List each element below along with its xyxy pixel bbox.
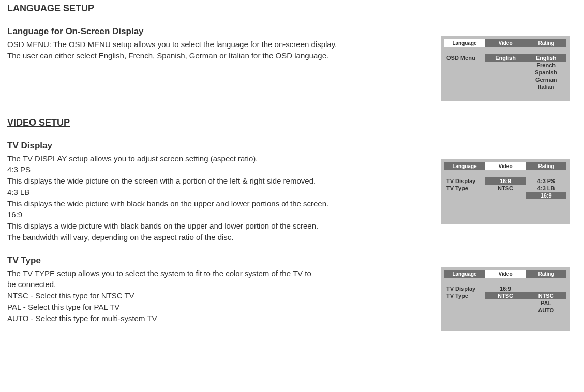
tv-display-l1: The TV DISPLAY setup allows you to adjus… bbox=[7, 153, 441, 164]
osd-option[interactable]: English bbox=[526, 54, 566, 62]
osd-option[interactable]: German bbox=[526, 76, 566, 83]
panel1-value[interactable]: English bbox=[485, 54, 526, 62]
tv-display-l6: 16:9 bbox=[7, 209, 441, 220]
panel2-values: 16:9NTSC bbox=[485, 177, 526, 219]
osd-option[interactable]: French bbox=[526, 62, 566, 69]
tab-language[interactable]: Language bbox=[444, 39, 485, 47]
tab-video[interactable]: Video bbox=[485, 270, 526, 278]
tv-display-l7: This displays a wide picture with black … bbox=[7, 220, 441, 232]
osd-text-2: The user can either select English, Fren… bbox=[7, 50, 441, 62]
panel1-label: OSD Menu bbox=[444, 54, 485, 62]
osd-option[interactable]: PAL bbox=[526, 299, 566, 307]
tab-language[interactable]: Language bbox=[444, 270, 485, 278]
osd-panel-tvdisplay: Language Video Rating TV DisplayTV Type … bbox=[441, 159, 570, 224]
tv-display-l4: 4:3 LB bbox=[7, 187, 441, 198]
osd-row-label: TV Display bbox=[444, 177, 485, 185]
osd-panel-tvtype: Language Video Rating TV DisplayTV Type … bbox=[441, 267, 570, 331]
osd-option[interactable]: NTSC bbox=[526, 292, 566, 299]
tv-type-l3: NTSC - Select this type for NTSC TV bbox=[7, 290, 441, 301]
tv-display-l8: The bandwidth will vary, depending on th… bbox=[7, 232, 441, 243]
tv-type-l5: AUTO - Select this type for multi-system… bbox=[7, 313, 441, 324]
panel3-values: 16:9NTSC bbox=[485, 285, 526, 326]
tab-row: Language Video Rating bbox=[444, 39, 566, 47]
panel2-labels: TV DisplayTV Type bbox=[444, 177, 485, 219]
osd-display-subtitle: Language for On-Screen Display bbox=[7, 26, 441, 37]
tab-row: Language Video Rating bbox=[444, 270, 566, 278]
tv-display-l3: This displays the wide picture on the sc… bbox=[7, 175, 441, 187]
video-setup-title: VIDEO SETUP bbox=[7, 117, 441, 128]
tab-rating[interactable]: Rating bbox=[526, 162, 566, 170]
tv-type-subtitle: TV Type bbox=[7, 255, 441, 266]
osd-row-label: TV Type bbox=[444, 292, 485, 299]
panel1-options: EnglishFrenchSpanishGermanItalian bbox=[526, 54, 566, 96]
tv-type-l2: be connected. bbox=[7, 279, 441, 290]
osd-option[interactable]: Italian bbox=[526, 83, 566, 91]
tab-video[interactable]: Video bbox=[485, 162, 526, 170]
language-setup-title: LANGUAGE SETUP bbox=[7, 3, 441, 14]
osd-row-value[interactable]: NTSC bbox=[485, 185, 526, 192]
panel3-options: NTSCPALAUTO bbox=[526, 285, 566, 326]
tab-row: Language Video Rating bbox=[444, 162, 566, 170]
panel3-labels: TV DisplayTV Type bbox=[444, 285, 485, 326]
panel2-options: 4:3 PS4:3 LB16:9 bbox=[526, 177, 566, 219]
osd-option[interactable]: AUTO bbox=[526, 307, 566, 314]
tab-language[interactable]: Language bbox=[444, 162, 485, 170]
osd-row-label: TV Type bbox=[444, 185, 485, 192]
osd-option[interactable]: 16:9 bbox=[526, 192, 566, 199]
tv-display-l2: 4:3 PS bbox=[7, 164, 441, 175]
tv-display-l5: This displays the wide picture with blac… bbox=[7, 198, 441, 209]
osd-row-value[interactable]: 16:9 bbox=[485, 177, 526, 185]
osd-option[interactable]: 4:3 PS bbox=[526, 177, 566, 185]
tab-video[interactable]: Video bbox=[485, 39, 526, 47]
osd-option[interactable]: Spanish bbox=[526, 69, 566, 76]
osd-row-value[interactable]: 16:9 bbox=[485, 285, 526, 292]
tab-rating[interactable]: Rating bbox=[526, 39, 566, 47]
osd-row-value[interactable]: NTSC bbox=[485, 292, 526, 299]
osd-option[interactable]: 4:3 LB bbox=[526, 185, 566, 192]
tv-display-subtitle: TV Display bbox=[7, 141, 441, 151]
osd-panel-language: Language Video Rating OSD Menu English E… bbox=[441, 36, 570, 101]
tab-rating[interactable]: Rating bbox=[526, 270, 566, 278]
tv-type-l1: The TV TYPE setup allows you to select t… bbox=[7, 268, 441, 279]
osd-text-1: OSD MENU: The OSD MENU setup allows you … bbox=[7, 39, 441, 50]
osd-row-label: TV Display bbox=[444, 285, 485, 292]
tv-type-l4: PAL - Select this type for PAL TV bbox=[7, 301, 441, 313]
